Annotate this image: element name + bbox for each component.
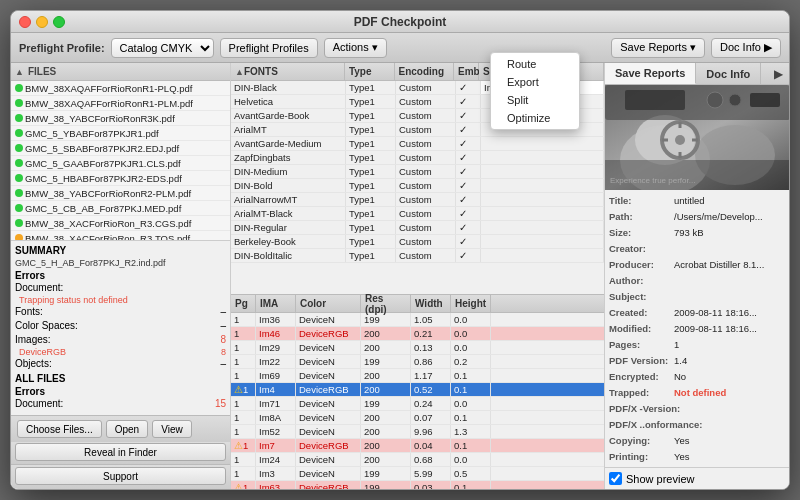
img-row[interactable]: 1 Im71 DeviceN 199 0.24 0.0 (231, 397, 604, 411)
open-button[interactable]: Open (106, 420, 148, 438)
font-row[interactable]: AvantGarde-Medium Type1 Custom ✓ (231, 137, 604, 151)
pg-col-header[interactable]: Pg (231, 295, 256, 312)
save-reports-button[interactable]: Save Reports ▾ (611, 38, 705, 58)
file-item[interactable]: GMC_5_HBABFor87PKJR2-EDS.pdf (11, 171, 230, 186)
images-table[interactable]: 1 Im36 DeviceN 199 1.05 0.0 1 Im46 Devic… (231, 313, 604, 489)
minimize-button[interactable] (36, 16, 48, 28)
img-width: 9.96 (411, 425, 451, 438)
file-item[interactable]: GMC_5_YBABFor87PKJR1.pdf (11, 126, 230, 141)
doc-creator-row: Creator: (609, 242, 785, 256)
color-col-header[interactable]: Color (296, 295, 361, 312)
img-width: 0.13 (411, 341, 451, 354)
preflight-profiles-button[interactable]: Preflight Profiles (220, 38, 318, 58)
doc-title-row: Title: untitled (609, 194, 785, 208)
maximize-button[interactable] (53, 16, 65, 28)
file-item[interactable]: BMW_38_XACForRioRon_R3.CGS.pdf (11, 216, 230, 231)
type-col-header[interactable]: Type (345, 63, 395, 80)
menu-item-export[interactable]: Export (491, 73, 579, 91)
tab-save-reports[interactable]: Save Reports (605, 63, 696, 84)
emb-col-header[interactable]: Emb (454, 63, 479, 80)
file-item[interactable]: BMW_38_YABCForRioRonR3K.pdf (11, 111, 230, 126)
font-name-cell: DIN-Regular (231, 221, 346, 234)
img-row[interactable]: 1 Im3 DeviceN 199 5.99 0.5 (231, 467, 604, 481)
file-item[interactable]: BMW_38XAQAFForRioRonR1-PLM.pdf (11, 96, 230, 111)
img-pg: 1 (231, 355, 256, 368)
preflight-profile-select[interactable]: Catalog CMYK (111, 38, 214, 58)
tab-doc-info[interactable]: Doc Info (696, 63, 761, 84)
menu-item-route[interactable]: Route (491, 55, 579, 73)
img-color: DeviceN (296, 397, 361, 410)
right-panel: Save Reports Doc Info ▶ (604, 63, 789, 489)
font-type-cell: Type1 (346, 123, 396, 136)
choose-files-button[interactable]: Choose Files... (17, 420, 102, 438)
file-item[interactable]: BMW_38_YABCForRioRonR2-PLM.pdf (11, 186, 230, 201)
fonts-col-label: FONTS (244, 66, 278, 77)
file-item[interactable]: BMW_38_XACForRioRon_R3.TOS.pdf (11, 231, 230, 240)
img-row[interactable]: 1 Im52 DeviceN 200 9.96 1.3 (231, 425, 604, 439)
font-row[interactable]: ArialMT-Black Type1 Custom ✓ (231, 207, 604, 221)
img-res: 200 (361, 341, 411, 354)
file-item[interactable]: BMW_38XAQAFForRioRonR1-PLQ.pdf (11, 81, 230, 96)
font-type-cell: Type1 (346, 235, 396, 248)
font-enc-cell: Custom (396, 179, 456, 192)
menu-item-split[interactable]: Split (491, 91, 579, 109)
img-ima: Im24 (256, 453, 296, 466)
right-panel-arrow[interactable]: ▶ (768, 63, 789, 84)
files-list[interactable]: BMW_38XAQAFForRioRonR1-PLQ.pdf BMW_38XAQ… (11, 81, 230, 240)
doc-pdfxver-row: PDF/X -Version: (609, 402, 785, 416)
font-row[interactable]: DIN-Medium Type1 Custom ✓ (231, 165, 604, 179)
width-col-header[interactable]: Width (411, 295, 451, 312)
font-type-cell: Type1 (346, 207, 396, 220)
img-ima: Im29 (256, 341, 296, 354)
summary-fonts-val: – (220, 305, 226, 319)
svg-rect-8 (750, 93, 780, 107)
doc-info-button[interactable]: Doc Info ▶ (711, 38, 781, 58)
file-name: GMC_5_HBABFor87PKJR2-EDS.pdf (25, 173, 228, 184)
font-emb-cell: ✓ (456, 249, 481, 262)
img-row[interactable]: 1 Im29 DeviceN 200 0.13 0.0 (231, 341, 604, 355)
font-type-cell: Type1 (346, 165, 396, 178)
img-row-highlighted[interactable]: 1 Im46 DeviceRGB 200 0.21 0.0 (231, 327, 604, 341)
sort-arrow: ▲ (15, 67, 24, 77)
img-width: 0.52 (411, 383, 451, 396)
height-col-header[interactable]: Height (451, 295, 491, 312)
file-item[interactable]: GMC_5_SBABFor87PKJR2.EDJ.pdf (11, 141, 230, 156)
img-row-highlighted[interactable]: ⚠1 Im63 DeviceRGB 199 0.03 0.1 (231, 481, 604, 489)
font-emb-cell: ✓ (456, 235, 481, 248)
font-emb-cell: ✓ (456, 151, 481, 164)
img-row[interactable]: 1 Im36 DeviceN 199 1.05 0.0 (231, 313, 604, 327)
font-row[interactable]: DIN-Regular Type1 Custom ✓ (231, 221, 604, 235)
img-pg: 1 (231, 453, 256, 466)
support-button[interactable]: Support (15, 467, 226, 485)
doc-size-row: Size: 793 kB (609, 226, 785, 240)
font-row[interactable]: DIN-BoldItalic Type1 Custom ✓ (231, 249, 604, 263)
view-button[interactable]: View (152, 420, 192, 438)
reveal-finder-button[interactable]: Reveal in Finder (15, 443, 226, 461)
fonts-col-header[interactable]: ▲ FONTS (231, 63, 345, 80)
font-row[interactable]: Berkeley-Book Type1 Custom ✓ (231, 235, 604, 249)
files-header-label: FILES (28, 66, 56, 77)
res-col-header[interactable]: Res (dpi) (361, 295, 411, 312)
img-row[interactable]: 1 Im22 DeviceN 199 0.86 0.2 (231, 355, 604, 369)
font-row[interactable]: DIN-Bold Type1 Custom ✓ (231, 179, 604, 193)
img-row-selected[interactable]: ⚠1 Im4 DeviceRGB 200 0.52 0.1 (231, 383, 604, 397)
doc-path-row: Path: /Users/me/Develop... (609, 210, 785, 224)
img-row-highlighted[interactable]: ⚠1 Im7 DeviceRGB 200 0.04 0.1 (231, 439, 604, 453)
menu-item-optimize[interactable]: Optimize (491, 109, 579, 127)
file-item[interactable]: GMC_5_GAABFor87PKJR1.CLS.pdf (11, 156, 230, 171)
font-row[interactable]: ZapfDingbats Type1 Custom ✓ (231, 151, 604, 165)
actions-button[interactable]: Actions ▾ (324, 38, 387, 58)
img-row[interactable]: 1 Im24 DeviceN 200 0.68 0.0 (231, 453, 604, 467)
files-panel-header: ▲ FILES (11, 63, 230, 81)
img-row[interactable]: 1 Im69 DeviceN 200 1.17 0.1 (231, 369, 604, 383)
img-height: 0.0 (451, 453, 491, 466)
font-row[interactable]: ArialNarrowMT Type1 Custom ✓ (231, 193, 604, 207)
file-item[interactable]: GMC_5_CB_AB_For87PKJ.MED.pdf (11, 201, 230, 216)
close-button[interactable] (19, 16, 31, 28)
ima-col-header[interactable]: IMA (256, 295, 296, 312)
encoding-col-header[interactable]: Encoding (395, 63, 454, 80)
font-emb-cell: ✓ (456, 179, 481, 192)
doc-pages-label: Pages: (609, 338, 674, 352)
show-preview-checkbox[interactable] (609, 472, 622, 485)
img-row[interactable]: 1 Im8A DeviceN 200 0.07 0.1 (231, 411, 604, 425)
